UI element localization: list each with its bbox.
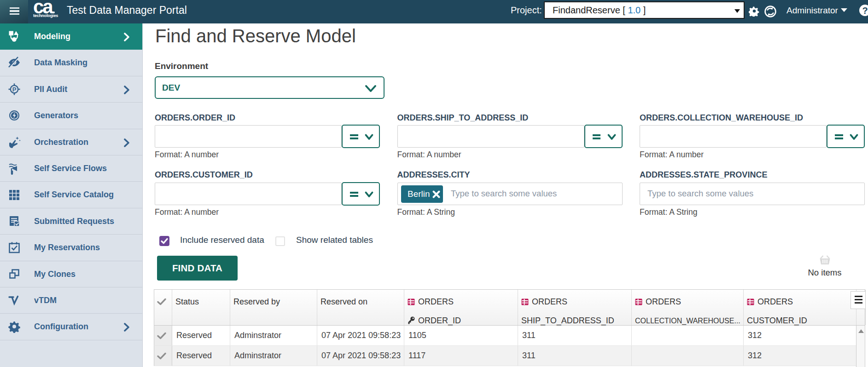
svg-text:P: P — [12, 86, 17, 92]
